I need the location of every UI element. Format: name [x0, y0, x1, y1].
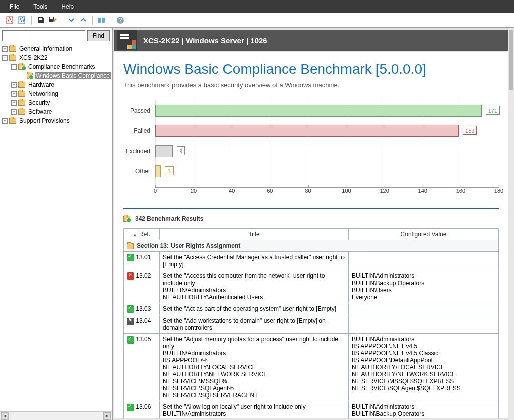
tree-security[interactable]: Security — [27, 99, 51, 106]
sidebar-hscroll[interactable]: ◄► — [0, 411, 112, 420]
status-icon — [127, 254, 134, 261]
chart-bar — [155, 145, 173, 157]
table-row[interactable]: 13.03 Set the "Act as part of the operat… — [124, 303, 499, 315]
chart-value-label: 9 — [177, 146, 185, 155]
table-row[interactable]: 13.04 Set the "Add workstations to domai… — [124, 315, 499, 334]
tree[interactable]: +General Information −XCS-2K22 −Complian… — [0, 43, 112, 411]
table-row[interactable]: 13.01 Set the "Access Credential Manager… — [124, 252, 499, 270]
svg-text:?: ? — [119, 17, 122, 24]
tree-support[interactable]: Support Provisions — [18, 117, 71, 124]
svg-text:W: W — [20, 16, 26, 23]
svg-rect-6 — [98, 18, 101, 23]
results-table: ▲Ref. Title Configured Value Section 13:… — [123, 228, 499, 418]
svg-rect-5 — [50, 17, 53, 19]
svg-rect-7 — [102, 18, 105, 23]
content-pane[interactable]: Windows Basic Compliance Benchmark [5.0.… — [114, 52, 508, 418]
chart-bar — [155, 125, 459, 137]
chart-category-label: Other — [123, 168, 155, 175]
menubar: File Tools Help — [0, 0, 514, 13]
menu-file[interactable]: File — [3, 1, 26, 12]
table-row[interactable]: 13.05 Set the "Adjust memory quotas for … — [124, 334, 499, 401]
col-value[interactable]: Configured Value — [349, 229, 499, 240]
save-edit-icon[interactable] — [48, 15, 58, 25]
chart-category-label: Passed — [123, 107, 155, 114]
chart-value-label: 159 — [463, 126, 477, 135]
chevron-down-icon[interactable] — [66, 15, 76, 25]
banner-title: XCS-2K22 | Windows Server | 1026 — [143, 36, 267, 45]
compare-icon[interactable] — [97, 15, 107, 25]
vertical-scrollbar[interactable] — [508, 28, 514, 420]
tree-networking[interactable]: Networking — [27, 90, 59, 97]
chart-value-label: 3 — [165, 166, 173, 175]
chart-value-label: 171 — [486, 106, 500, 115]
tree-software[interactable]: Software — [27, 108, 53, 115]
chevron-up-icon[interactable] — [78, 15, 88, 25]
svg-text:A: A — [8, 16, 12, 23]
banner: XCS-2K22 | Windows Server | 1026 — [114, 30, 508, 51]
tree-hardware[interactable]: Hardware — [27, 81, 55, 88]
menu-help[interactable]: Help — [54, 1, 81, 12]
status-icon — [127, 336, 134, 344]
toolbar: A W ? — [0, 13, 514, 28]
page-desc: This benchmark provides a basic security… — [123, 81, 499, 89]
status-icon — [127, 318, 134, 325]
summary-chart: Passed 171 Failed 159 Excluded 9 Other 3… — [123, 100, 499, 198]
save-icon[interactable] — [36, 15, 46, 25]
table-row[interactable]: 13.06 Set the "Allow log on locally" use… — [124, 401, 499, 418]
status-icon — [127, 272, 134, 280]
results-header: 342 Benchmark Results — [123, 215, 499, 222]
app-logo-icon — [117, 30, 137, 50]
col-title[interactable]: Title — [160, 229, 349, 240]
tree-compliance[interactable]: Compliance Benchmarks — [27, 63, 96, 70]
status-icon — [127, 305, 134, 313]
tree-wbc[interactable]: Windows Basic Compliance — [35, 72, 111, 79]
chart-category-label: Excluded — [123, 148, 155, 155]
search-input[interactable] — [2, 30, 85, 41]
word-export-icon[interactable]: W — [17, 15, 27, 25]
section-header: Section 13: User Rights Assignment — [124, 240, 499, 252]
table-row[interactable]: 13.02 Set the "Access this computer from… — [124, 270, 499, 303]
help-icon[interactable]: ? — [115, 15, 125, 25]
chart-bar — [155, 165, 161, 177]
tree-host[interactable]: XCS-2K22 — [18, 54, 49, 61]
page-title: Windows Basic Compliance Benchmark [5.0.… — [123, 61, 499, 77]
status-icon — [127, 404, 134, 411]
pdf-export-icon[interactable]: A — [5, 15, 15, 25]
find-button[interactable]: Find — [87, 30, 110, 41]
chart-category-label: Failed — [123, 127, 155, 134]
menu-tools[interactable]: Tools — [26, 1, 54, 12]
tree-general[interactable]: General Information — [18, 45, 73, 52]
chart-bar — [155, 105, 482, 117]
col-ref[interactable]: ▲Ref. — [124, 229, 160, 240]
svg-rect-4 — [39, 18, 42, 20]
sidebar: Find +General Information −XCS-2K22 −Com… — [0, 28, 113, 420]
